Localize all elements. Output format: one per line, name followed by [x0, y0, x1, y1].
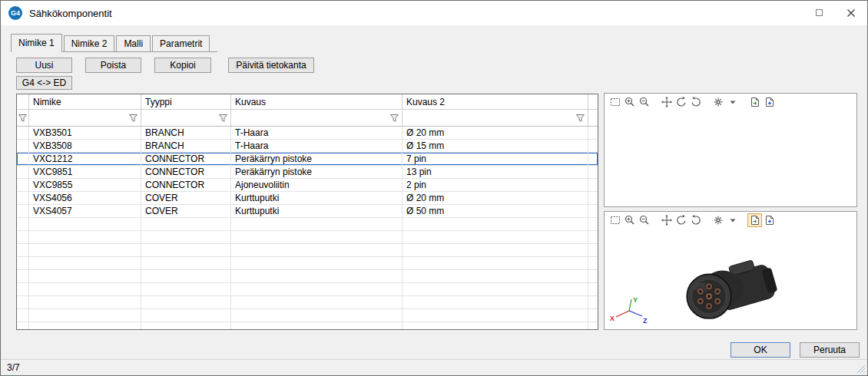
window-controls [803, 1, 867, 25]
rotate-cw-icon[interactable] [688, 95, 703, 109]
g4-ed-transfer-button[interactable]: G4 <-> ED [16, 76, 72, 90]
cell: CONNECTOR [141, 179, 231, 191]
cell: 13 pin [403, 166, 588, 178]
delete-button[interactable]: Poista [85, 58, 141, 73]
funnel-icon [389, 114, 399, 123]
tab-nimike-2[interactable]: Nimike 2 [64, 35, 115, 51]
cell: VXC1212 [29, 153, 141, 165]
funnel-icon [575, 114, 585, 123]
cell: COVER [141, 205, 231, 217]
cell-empty [231, 231, 403, 243]
table-row-empty [17, 270, 598, 283]
toolbar-group [608, 95, 651, 109]
filter-cell-2[interactable] [231, 110, 403, 126]
table-row[interactable]: VXC1212CONNECTORPeräkärryn pistoke7 pin [17, 153, 598, 166]
ok-button[interactable]: OK [731, 342, 790, 358]
dropdown-icon[interactable] [725, 95, 740, 109]
cell-empty [141, 231, 231, 243]
toolbar-group [711, 95, 740, 109]
cell-empty [141, 244, 231, 256]
rotate-cw-icon[interactable] [688, 213, 703, 227]
orbit-icon[interactable] [711, 95, 725, 109]
funnel-icon [18, 114, 28, 123]
column-header-nimike[interactable]: Nimike [29, 94, 141, 109]
filter-row-indicator[interactable] [17, 110, 29, 126]
table-row-empty [17, 218, 598, 231]
cell: Peräkärryn pistoke [231, 166, 403, 178]
resize-grip[interactable] [856, 364, 866, 374]
table-row-empty [17, 322, 598, 330]
pan-icon[interactable] [659, 95, 674, 109]
viewer-panel-bottom: X Y Z [604, 211, 857, 330]
row-indicator [17, 153, 29, 165]
table-row[interactable]: VXS4057COVERKurttuputkiØ 50 mm [17, 205, 598, 218]
table-row[interactable]: VXS4056COVERKurttuputkiØ 20 mm [17, 192, 598, 205]
axis-y-label: Y [633, 296, 638, 304]
tab-nimike-1[interactable]: Nimike 1 [11, 34, 62, 52]
cell: VXB3501 [29, 127, 141, 139]
cell: Peräkärryn pistoke [231, 153, 403, 165]
cancel-button[interactable]: Peruuta [800, 342, 860, 358]
tab-parametrit[interactable]: Parametrit [152, 35, 210, 51]
toolbar-group [711, 213, 740, 227]
dropdown-icon[interactable] [725, 213, 740, 227]
filter-cell-1[interactable] [141, 110, 231, 126]
maximize-button[interactable] [803, 1, 835, 25]
cell-empty [29, 283, 141, 295]
copy-button[interactable]: Kopioi [154, 58, 211, 73]
zoom-out-icon[interactable] [637, 213, 651, 227]
tab-malli[interactable]: Malli [116, 35, 151, 51]
row-indicator [17, 244, 29, 256]
table-row[interactable]: VXC9855CONNECTORAjoneuvoliitin2 pin [17, 179, 598, 192]
table-row[interactable]: VXB3508BRANCHT-HaaraØ 15 mm [17, 140, 598, 153]
cell-empty [403, 244, 588, 256]
column-header-tyyppi[interactable]: Tyyppi [141, 94, 231, 109]
zoom-window-icon[interactable] [608, 213, 622, 227]
orbit-icon[interactable] [711, 213, 725, 227]
insert-view-icon[interactable] [762, 95, 777, 109]
capture-view-icon[interactable] [747, 95, 762, 109]
zoom-out-icon[interactable] [637, 95, 651, 109]
zoom-in-icon[interactable] [622, 213, 637, 227]
zoom-in-icon[interactable] [622, 95, 637, 109]
funnel-icon [128, 114, 138, 123]
toolbar-group [659, 213, 703, 227]
tab-strip: Nimike 1 Nimike 2 Malli Parametrit [11, 34, 217, 52]
cell-empty [141, 296, 231, 308]
filter-cell-3[interactable] [403, 110, 588, 126]
pan-icon[interactable] [659, 213, 674, 227]
rotate-ccw-icon[interactable] [674, 95, 688, 109]
column-header-kuvaus[interactable]: Kuvaus [231, 94, 403, 109]
cell: VXB3508 [29, 140, 141, 152]
insert-view-icon[interactable] [762, 213, 777, 227]
filter-cell-0[interactable] [29, 110, 141, 126]
viewer-panel-top [604, 93, 857, 207]
cell: 2 pin [403, 179, 588, 191]
cell-empty [231, 283, 403, 295]
table-row[interactable]: VXC9851CONNECTORPeräkärryn pistoke13 pin [17, 166, 598, 179]
close-button[interactable] [835, 1, 867, 25]
cell: T-Haara [231, 140, 403, 152]
viewer-toolbar-bottom [605, 212, 856, 229]
zoom-window-icon[interactable] [608, 95, 622, 109]
rotate-ccw-icon[interactable] [674, 213, 688, 227]
cell: Kurttuputki [231, 205, 403, 217]
column-header-kuvaus-2[interactable]: Kuvaus 2 [403, 94, 588, 109]
cell-empty [403, 257, 588, 269]
dialog-sahkokomponentit: G4 Sähkökomponentit Nimike 1 Nimike 2 Ma… [0, 0, 868, 376]
components-grid[interactable]: NimikeTyyppiKuvausKuvaus 2 VXB3501BRANCH… [16, 94, 598, 330]
cell: Ajoneuvoliitin [231, 179, 403, 191]
row-indicator [17, 257, 29, 269]
row-indicator [17, 231, 29, 243]
cell-empty [231, 322, 403, 330]
table-row[interactable]: VXB3501BRANCHT-HaaraØ 20 mm [17, 127, 598, 140]
update-database-button[interactable]: Päivitä tietokanta [228, 58, 314, 73]
viewport-top[interactable] [605, 110, 856, 206]
table-row-empty [17, 296, 598, 309]
viewport-bottom[interactable]: X Y Z [605, 229, 856, 329]
cell-empty [141, 322, 231, 330]
cell: BRANCH [141, 127, 231, 139]
cell-empty [29, 309, 141, 322]
new-button[interactable]: Uusi [16, 58, 72, 73]
capture-view-icon[interactable] [747, 213, 762, 227]
